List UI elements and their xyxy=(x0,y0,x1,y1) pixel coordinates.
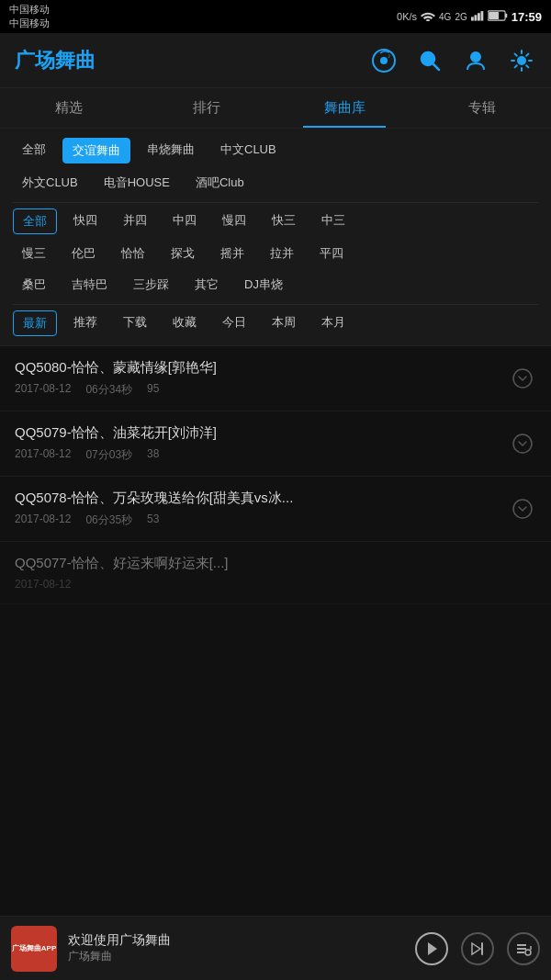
song-downloads-2: 38 xyxy=(147,447,159,463)
song-date-2: 2017-08-12 xyxy=(15,447,71,463)
filter-dianyinhouse[interactable]: 电音HOUSE xyxy=(95,171,179,195)
filter-sangba[interactable]: 桑巴 xyxy=(13,273,55,297)
filter-row-sort: 最新 推荐 下载 收藏 今日 本周 本月 xyxy=(13,310,538,336)
filter-kuaisan[interactable]: 快三 xyxy=(263,208,305,234)
song-meta-1: 2017-08-12 06分34秒 95 xyxy=(15,382,509,398)
filter-section: 全部 交谊舞曲 串烧舞曲 中文CLUB 外文CLUB 电音HOUSE 酒吧Clu… xyxy=(0,129,551,346)
content-area: QQ5080-恰恰、蒙藏情缘[郭艳华] 2017-08-12 06分34秒 95… xyxy=(0,346,551,673)
filter-all-type[interactable]: 全部 xyxy=(13,138,55,163)
filter-waiwenclub[interactable]: 外文CLUB xyxy=(13,171,87,195)
divider2 xyxy=(13,304,538,305)
svg-rect-2 xyxy=(478,13,480,20)
filter-row-beat1: 全部 快四 并四 中四 慢四 快三 中三 xyxy=(13,208,538,234)
speed-indicator: 0K/s xyxy=(397,11,417,22)
tab-album[interactable]: 专辑 xyxy=(413,88,551,128)
filter-pingsi[interactable]: 平四 xyxy=(310,242,353,265)
disc-icon[interactable]: ♪ xyxy=(369,46,399,75)
filter-zhongwenclub[interactable]: 中文CLUB xyxy=(211,138,286,163)
filter-row-type2: 外文CLUB 电音HOUSE 酒吧Club xyxy=(13,171,538,195)
filter-thismonth[interactable]: 本月 xyxy=(312,310,354,336)
svg-point-13 xyxy=(518,57,525,64)
filter-qita[interactable]: 其它 xyxy=(186,273,228,297)
song-info-1: QQ5080-恰恰、蒙藏情缘[郭艳华] 2017-08-12 06分34秒 95 xyxy=(15,359,509,398)
song-duration-3: 06分35秒 xyxy=(85,513,132,528)
tab-featured[interactable]: 精选 xyxy=(0,88,138,128)
filter-thisweek[interactable]: 本周 xyxy=(263,310,305,336)
song-expand-1[interactable] xyxy=(509,365,536,392)
song-expand-2[interactable] xyxy=(509,430,536,457)
player-info: 欢迎使用广场舞曲 广场舞曲 xyxy=(68,932,415,964)
song-date-3: 2017-08-12 xyxy=(15,513,71,528)
filter-lunba[interactable]: 伦巴 xyxy=(62,242,105,265)
tab-ranking[interactable]: 排行 xyxy=(138,88,276,128)
svg-point-14 xyxy=(513,369,532,388)
filter-mansi[interactable]: 慢四 xyxy=(213,208,255,234)
song-meta-3: 2017-08-12 06分35秒 53 xyxy=(15,513,509,528)
time-display: 17:59 xyxy=(512,10,542,24)
song-info-4: QQ5077-恰恰、好运来啊好运来[...] 2017-08-12 xyxy=(15,555,536,591)
user-icon[interactable] xyxy=(461,46,490,75)
song-item-3[interactable]: QQ5078-恰恰、万朵玫瑰送给你[甜美真vs冰... 2017-08-12 0… xyxy=(0,477,551,542)
divider1 xyxy=(13,202,538,203)
app-title: 广场舞曲 xyxy=(15,47,96,74)
filter-all-beat[interactable]: 全部 xyxy=(13,208,57,234)
filter-yaobing[interactable]: 摇并 xyxy=(211,242,253,265)
bottom-player: 广场舞曲 APP 欢迎使用广场舞曲 广场舞曲 xyxy=(0,916,551,980)
song-duration-1: 06分34秒 xyxy=(85,382,132,398)
filter-newest[interactable]: 最新 xyxy=(13,310,57,336)
filter-today[interactable]: 今日 xyxy=(213,310,255,336)
playlist-button[interactable] xyxy=(507,932,540,965)
svg-point-16 xyxy=(513,500,532,518)
filter-zhongsi[interactable]: 中四 xyxy=(163,208,206,234)
song-title-1: QQ5080-恰恰、蒙藏情缘[郭艳华] xyxy=(15,359,509,377)
song-title-4: QQ5077-恰恰、好运来啊好运来[...] xyxy=(15,555,536,572)
filter-labing[interactable]: 拉并 xyxy=(261,242,303,265)
filter-chuanshao[interactable]: 串烧舞曲 xyxy=(138,138,204,163)
carrier1: 中国移动 xyxy=(9,3,50,17)
filter-row-beat2: 慢三 伦巴 恰恰 探戈 摇并 拉并 平四 xyxy=(13,242,538,265)
svg-rect-3 xyxy=(480,11,483,21)
song-item-2[interactable]: QQ5079-恰恰、油菜花开[刘沛洋] 2017-08-12 07分03秒 38 xyxy=(0,411,551,477)
song-expand-3[interactable] xyxy=(509,495,536,523)
filter-djchuanshao[interactable]: DJ串烧 xyxy=(235,273,292,297)
player-controls xyxy=(415,932,540,965)
filter-jiubaclub[interactable]: 酒吧Club xyxy=(186,171,253,195)
filter-tange[interactable]: 探戈 xyxy=(162,242,204,265)
next-button[interactable] xyxy=(461,932,494,965)
filter-download[interactable]: 下载 xyxy=(114,310,156,336)
song-item-4[interactable]: QQ5077-恰恰、好运来啊好运来[...] 2017-08-12 xyxy=(0,542,551,604)
song-info-2: QQ5079-恰恰、油菜花开[刘沛洋] 2017-08-12 07分03秒 38 xyxy=(15,424,509,463)
filter-jiaoyiwuqu[interactable]: 交谊舞曲 xyxy=(62,138,130,163)
carrier-info: 中国移动 中国移动 xyxy=(9,3,50,30)
battery-icon xyxy=(488,10,508,23)
tab-library[interactable]: 舞曲库 xyxy=(276,88,413,128)
song-duration-2: 07分03秒 xyxy=(85,447,132,463)
svg-point-12 xyxy=(471,52,480,62)
play-button[interactable] xyxy=(415,932,448,965)
filter-favorite[interactable]: 收藏 xyxy=(163,310,206,336)
settings-icon[interactable] xyxy=(507,46,536,75)
status-right: 0K/s 4G 2G 17:59 xyxy=(397,10,542,24)
filter-mansan[interactable]: 慢三 xyxy=(13,242,55,265)
song-date-1: 2017-08-12 xyxy=(15,382,71,398)
svg-point-8 xyxy=(380,57,388,64)
filter-zhongsan[interactable]: 中三 xyxy=(312,208,354,234)
filter-bingsi[interactable]: 并四 xyxy=(114,208,156,234)
filter-jiteba[interactable]: 吉特巴 xyxy=(62,273,117,297)
player-thumbnail: 广场舞曲 APP xyxy=(11,926,57,972)
svg-point-23 xyxy=(525,950,531,955)
song-title-2: QQ5079-恰恰、油菜花开[刘沛洋] xyxy=(15,424,509,442)
filter-kuaisi[interactable]: 快四 xyxy=(64,208,107,234)
filter-row-beat3: 桑巴 吉特巴 三步踩 其它 DJ串烧 xyxy=(13,273,538,297)
svg-rect-6 xyxy=(489,12,499,19)
svg-rect-5 xyxy=(505,14,507,17)
carrier2: 中国移动 xyxy=(9,17,50,30)
filter-recommended[interactable]: 推荐 xyxy=(64,310,107,336)
svg-rect-1 xyxy=(474,15,477,20)
song-date-4: 2017-08-12 xyxy=(15,578,71,591)
status-bar: 中国移动 中国移动 0K/s 4G 2G 17:59 xyxy=(0,0,551,33)
filter-sanbucai[interactable]: 三步踩 xyxy=(124,273,178,297)
song-item-1[interactable]: QQ5080-恰恰、蒙藏情缘[郭艳华] 2017-08-12 06分34秒 95 xyxy=(0,346,551,411)
filter-qiaqia[interactable]: 恰恰 xyxy=(112,242,154,265)
search-icon[interactable] xyxy=(415,46,444,75)
